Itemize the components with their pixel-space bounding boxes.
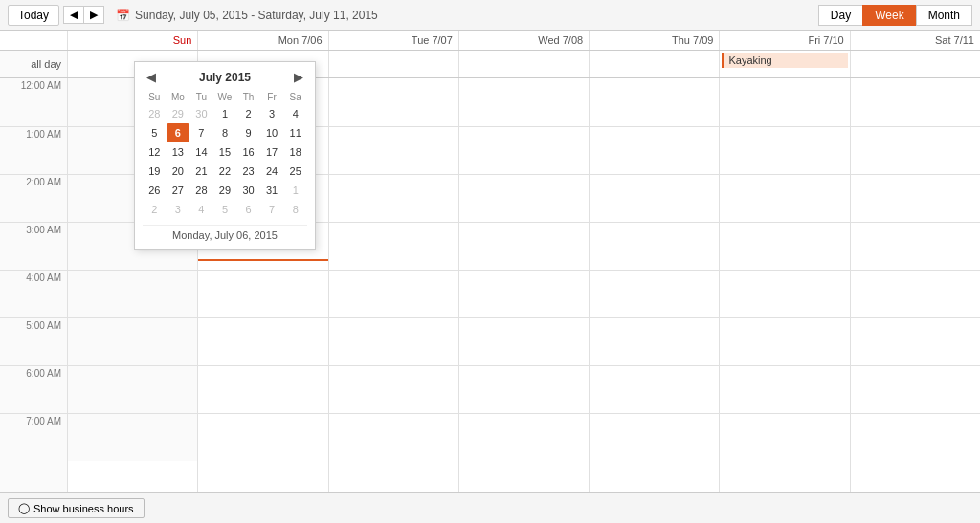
today-button[interactable]: Today: [8, 5, 59, 26]
mini-day-cell[interactable]: 26: [143, 181, 167, 200]
mini-day-sa: Sa: [283, 90, 307, 104]
mini-prev-button[interactable]: ◀: [143, 70, 160, 84]
grid-cell: [851, 317, 980, 365]
mini-day-cell[interactable]: 1: [283, 181, 307, 200]
mini-day-cell[interactable]: 11: [283, 123, 307, 142]
mini-day-cell[interactable]: 29: [213, 181, 237, 200]
mini-day-cell[interactable]: 22: [213, 162, 237, 181]
mini-day-su: Su: [143, 90, 167, 104]
grid-cell: [329, 413, 458, 461]
mini-day-cell[interactable]: 30: [236, 181, 260, 200]
mini-day-cell[interactable]: 8: [213, 123, 237, 142]
mini-day-cell[interactable]: 24: [260, 162, 284, 181]
prev-button[interactable]: ◀: [63, 6, 83, 24]
mini-day-cell[interactable]: 28: [143, 104, 167, 123]
day-view-button[interactable]: Day: [818, 5, 862, 26]
mini-day-cell[interactable]: 9: [236, 123, 260, 142]
time-label-12am: 12:00 AM: [0, 78, 67, 126]
mini-day-cell[interactable]: 2: [143, 200, 167, 219]
grid-cell: [329, 317, 458, 365]
mini-day-cell[interactable]: 3: [167, 200, 190, 219]
allday-sat: [850, 51, 980, 77]
mini-day-cell[interactable]: 28: [189, 181, 213, 200]
mini-week-4: 19 20 21 22 23 24 25: [143, 162, 307, 181]
grid-cell: [68, 365, 197, 413]
mini-day-cell[interactable]: 13: [167, 142, 190, 162]
grid-col-wed: [458, 78, 589, 523]
grid-cell: [720, 317, 849, 365]
mini-month-title: July 2015: [199, 71, 251, 84]
mini-day-cell[interactable]: 20: [167, 162, 190, 181]
mini-week-6: 2 3 4 5 6 7 8: [143, 200, 307, 219]
mini-day-cell[interactable]: 31: [260, 181, 284, 200]
grid-cell: [590, 413, 719, 461]
grid-cell: [198, 317, 327, 365]
date-range: 📅 Sunday, July 05, 2015 - Saturday, July…: [116, 9, 378, 22]
grid-cell: [459, 317, 589, 365]
allday-wed: [458, 51, 589, 77]
mini-week-3: 12 13 14 15 16 17 18: [143, 142, 307, 162]
grid-cell: [720, 270, 849, 317]
calendar-icon: 📅: [116, 9, 130, 22]
current-time-indicator: [198, 259, 327, 261]
grid-cell: [590, 270, 719, 317]
mini-day-cell[interactable]: 19: [143, 162, 167, 181]
grid-cell: [459, 78, 589, 126]
mini-day-cell[interactable]: 1: [213, 104, 237, 123]
show-business-hours-button[interactable]: ◯ Show business hours: [8, 498, 145, 518]
allday-tue: [328, 51, 458, 77]
mini-day-cell[interactable]: 8: [283, 200, 307, 219]
month-view-button[interactable]: Month: [916, 5, 972, 26]
grid-cell: [590, 174, 719, 222]
mini-day-cell[interactable]: 12: [143, 142, 167, 162]
mini-calendar-popup: ◀ July 2015 ▶ Su Mo Tu We Th Fr Sa 28 29: [134, 61, 316, 250]
mini-day-cell[interactable]: 17: [260, 142, 284, 162]
grid-cell: [68, 317, 197, 365]
time-col-header: [0, 31, 67, 50]
time-label-4am: 4:00 AM: [0, 270, 67, 317]
mini-day-cell[interactable]: 23: [236, 162, 260, 181]
mini-day-cell[interactable]: 16: [236, 142, 260, 162]
grid-cell: [851, 413, 980, 461]
mini-day-cell[interactable]: 2: [236, 104, 260, 123]
time-labels: 12:00 AM 1:00 AM 2:00 AM 3:00 AM 4:00 AM…: [0, 78, 67, 523]
mini-day-cell[interactable]: 21: [189, 162, 213, 181]
grid-cell: [329, 126, 458, 174]
week-view-button[interactable]: Week: [862, 5, 915, 26]
clock-icon: ◯: [18, 502, 30, 514]
day-header-fri: Fri 7/10: [719, 31, 849, 50]
mini-day-cell[interactable]: 7: [189, 123, 213, 142]
day-header-sat: Sat 7/11: [850, 31, 980, 50]
grid-cell: [851, 126, 980, 174]
view-buttons: Day Week Month: [818, 5, 972, 26]
mini-next-button[interactable]: ▶: [290, 70, 307, 84]
mini-day-cell[interactable]: 5: [143, 123, 167, 142]
allday-label: all day: [0, 51, 67, 77]
mini-day-cell[interactable]: 6: [236, 200, 260, 219]
mini-day-cell[interactable]: 18: [283, 142, 307, 162]
time-label-5am: 5:00 AM: [0, 317, 67, 365]
grid-cell: [459, 270, 589, 317]
mini-day-cell[interactable]: 29: [167, 104, 190, 123]
next-button[interactable]: ▶: [83, 6, 104, 24]
mini-day-cell[interactable]: 15: [213, 142, 237, 162]
mini-day-cell[interactable]: 14: [189, 142, 213, 162]
grid-cell: [720, 365, 849, 413]
mini-day-cell[interactable]: 10: [260, 123, 284, 142]
mini-day-cell[interactable]: 7: [260, 200, 284, 219]
time-label-2am: 2:00 AM: [0, 174, 67, 222]
mini-today-cell[interactable]: 6: [167, 123, 190, 142]
grid-cell: [198, 365, 327, 413]
grid-cell: [68, 413, 197, 461]
grid-cell: [459, 413, 589, 461]
mini-day-cell[interactable]: 30: [189, 104, 213, 123]
kayaking-event[interactable]: Kayaking: [722, 53, 847, 68]
grid-cell: [68, 270, 197, 317]
show-biz-label: Show business hours: [33, 503, 134, 514]
mini-day-cell[interactable]: 25: [283, 162, 307, 181]
mini-day-cell[interactable]: 27: [167, 181, 190, 200]
mini-day-cell[interactable]: 4: [189, 200, 213, 219]
mini-day-cell[interactable]: 5: [213, 200, 237, 219]
mini-day-cell[interactable]: 3: [260, 104, 284, 123]
mini-day-cell[interactable]: 4: [283, 104, 307, 123]
